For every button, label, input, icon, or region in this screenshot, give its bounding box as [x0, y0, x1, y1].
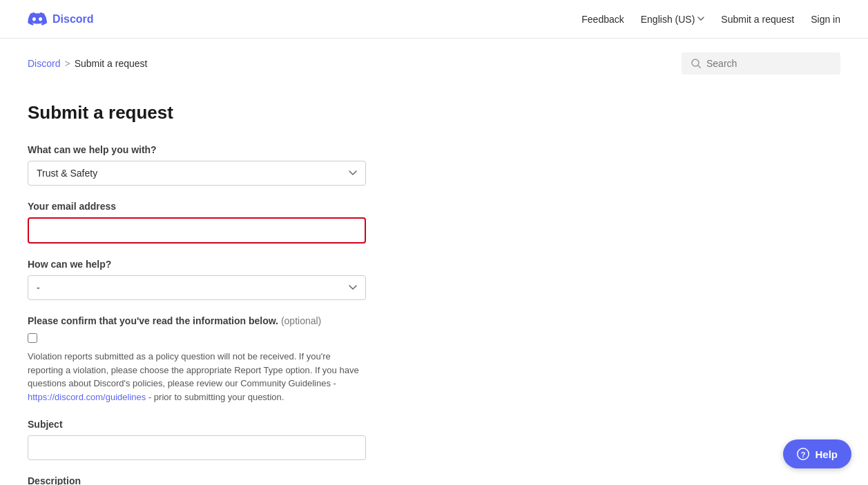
main-content: Submit a request What can we help you wi… — [0, 88, 483, 485]
logo-link[interactable]: Discord — [28, 12, 94, 26]
submit-request-nav-link[interactable]: Submit a request — [721, 14, 794, 25]
breadcrumb-current: Submit a request — [75, 58, 148, 69]
breadcrumb-separator: > — [64, 58, 70, 69]
svg-text:?: ? — [801, 451, 806, 459]
help-type-label: What can we help you with? — [28, 144, 456, 155]
language-label: English (US) — [641, 14, 695, 25]
help-button-label: Help — [815, 448, 838, 460]
help-type-group: What can we help you with? Trust & Safet… — [28, 144, 456, 186]
header: Discord Feedback English (US) Submit a r… — [0, 0, 868, 39]
feedback-link[interactable]: Feedback — [581, 14, 624, 25]
confirm-group: Please confirm that you've read the info… — [28, 315, 456, 404]
how-help-select[interactable]: - Report a user Report a server Other — [28, 275, 366, 300]
description-group: Description — [28, 475, 456, 485]
description-label: Description — [28, 475, 456, 485]
search-input[interactable] — [706, 58, 831, 69]
email-label: Your email address — [28, 201, 456, 212]
how-help-group: How can we help? - Report a user Report … — [28, 259, 456, 300]
breadcrumb-home[interactable]: Discord — [28, 58, 60, 69]
help-circle-icon: ? — [797, 448, 809, 460]
email-group: Your email address — [28, 201, 456, 244]
help-button[interactable]: ? Help — [783, 439, 851, 468]
svg-line-1 — [698, 66, 701, 68]
subject-input[interactable] — [28, 435, 366, 460]
how-help-label: How can we help? — [28, 259, 456, 270]
help-type-select[interactable]: Trust & Safety Billing Technical Support… — [28, 161, 366, 186]
confirm-label: Please confirm that you've read the info… — [28, 315, 456, 326]
page-title: Submit a request — [28, 102, 456, 123]
optional-label: (optional) — [281, 315, 321, 326]
breadcrumb: Discord > Submit a request — [28, 58, 148, 69]
language-selector[interactable]: English (US) — [641, 14, 705, 25]
policy-text: Violation reports submitted as a policy … — [28, 350, 366, 404]
sign-in-link[interactable]: Sign in — [811, 14, 840, 25]
chevron-down-icon — [697, 17, 704, 21]
search-box[interactable] — [682, 52, 840, 75]
email-input[interactable] — [28, 217, 366, 244]
confirm-checkbox[interactable] — [28, 333, 37, 343]
guidelines-link[interactable]: https://discord.com/guidelines — [28, 392, 146, 402]
header-nav: Feedback English (US) Submit a request S… — [581, 14, 840, 25]
subject-group: Subject — [28, 419, 456, 460]
breadcrumb-row: Discord > Submit a request — [0, 39, 868, 88]
subject-label: Subject — [28, 419, 456, 430]
logo-text: Discord — [52, 13, 94, 26]
search-icon — [691, 59, 701, 68]
checkbox-group — [28, 332, 456, 343]
discord-logo-icon — [28, 12, 47, 26]
